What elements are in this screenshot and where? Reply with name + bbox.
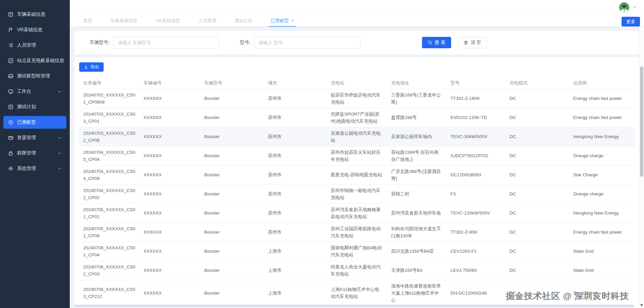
avatar[interactable] xyxy=(619,2,629,12)
sidebar-item[interactable]: 人员管理 xyxy=(3,39,66,52)
sidebar-item[interactable]: 站点及充电桩基础信息 xyxy=(3,54,66,67)
tab[interactable]: 已测桩型 × xyxy=(271,15,294,26)
column-header-label: 充电模式 xyxy=(509,80,528,85)
table-cell: Orange charge xyxy=(569,184,635,203)
table-cell: 苏州市 xyxy=(264,127,327,146)
column-header[interactable]: 运营商 xyxy=(569,77,635,89)
sidebar-item-label: 资源管理 xyxy=(17,135,36,141)
table-cell: Boxster xyxy=(200,146,264,165)
search-form: 车辆型号: 型号: 搜 索 清 空 xyxy=(74,31,639,54)
table-row[interactable]: 20240708_XXXXXX_CS01_CP04XXXXXXBoxster上海… xyxy=(79,242,635,261)
sidebar-item[interactable]: 测试计划 xyxy=(3,101,66,113)
chevron-down-icon[interactable] xyxy=(632,5,637,9)
table-row[interactable]: 20240704_XXXXXX_CS05_CP04XXXXXXBoxster苏州… xyxy=(79,146,635,165)
table-cell: 天津路155号B3 xyxy=(387,261,446,280)
sidebar-item[interactable]: 系统管理 xyxy=(3,162,66,175)
table-cell: 姑苏区华侨饭店电动汽车充电站 xyxy=(327,89,387,108)
tab[interactable]: 车辆基础信息 xyxy=(110,15,138,26)
table-cell: TEVC-30kW/500V xyxy=(446,127,505,146)
table-cell: 四川北路1350号B4层 xyxy=(387,242,446,261)
table-cell: DH-DC1200SG48 xyxy=(446,280,505,306)
table-row[interactable]: 20240704_XXXXXX_CS02_CP02XXXXXXBoxster苏州… xyxy=(79,184,635,203)
export-button-label: 导出 xyxy=(90,64,99,70)
table-row[interactable]: 20240703_XXXXXX_CS03_CP01XXXXXXBoxster苏州… xyxy=(79,108,635,127)
table-cell: TT301-Z-80K xyxy=(446,223,505,242)
scrollbar-thumb[interactable] xyxy=(640,66,643,177)
table-cell: DC xyxy=(505,89,569,108)
column-header-label: 车辆编号 xyxy=(144,80,162,85)
column-header[interactable]: 城市 xyxy=(264,77,327,89)
clear-button[interactable]: 清 空 xyxy=(458,37,487,48)
gear-icon xyxy=(8,166,14,172)
horizontal-scrollbar[interactable] xyxy=(74,305,634,307)
sidebar-item[interactable]: 已测桩型 xyxy=(3,116,66,129)
text-input[interactable] xyxy=(255,37,361,49)
column-header[interactable]: 充电站 xyxy=(327,77,387,89)
column-header[interactable]: 车辆编号 xyxy=(140,77,200,89)
tab[interactable]: 首页 xyxy=(83,15,92,26)
table-cell: Boxster xyxy=(200,261,264,280)
sidebar-item[interactable]: 车辆基础信息 xyxy=(3,8,66,21)
sidebar: 车辆基础信息 VR基础信息 人员管理 站点及充电桩基础信息 xyxy=(0,0,70,308)
search-button-label: 搜 索 xyxy=(435,40,445,46)
table-row[interactable]: 20240705_XXXXXX_CS01_CP01XXXXXXBoxster苏州… xyxy=(79,203,635,223)
sidebar-item-label: 人员管理 xyxy=(17,42,36,48)
table-cell: 20240702_XXXXXX_CS01_CP0808 xyxy=(79,89,140,108)
table-cell: 苏州市 xyxy=(264,223,327,242)
sidebar-item[interactable]: 测试桩型组管理 xyxy=(3,70,66,82)
field-label: 型号: xyxy=(240,40,251,46)
vertical-scrollbar[interactable] xyxy=(639,27,644,308)
table-cell: Boxster xyxy=(200,223,264,242)
table-cell: 壳牌蓝SPORT产业园(苏州)地面电动汽车充电站 xyxy=(327,108,387,127)
table-row[interactable]: 20240708_XXXXXX_CS03_CP212XXXXXXBoxster上… xyxy=(79,280,635,306)
column-header[interactable]: 型号 xyxy=(446,77,505,89)
table-cell: XXXXXX xyxy=(140,108,200,127)
table-cell: 20240703_XXXXXX_CS03_CP01 xyxy=(79,108,140,127)
table-cell: XXXXXX xyxy=(140,261,200,280)
tab[interactable]: VR基础信息 xyxy=(156,15,180,26)
table-row[interactable]: 20240704_XXXXXX_CS04_CP09XXXXXXBoxster苏州… xyxy=(79,165,635,184)
sidebar-item[interactable]: 工作台 xyxy=(3,85,66,98)
table-cell: 苏锦二村 xyxy=(387,184,446,203)
table-cell: EVD102-120K-TD xyxy=(446,108,505,127)
tab[interactable]: 人员管理 xyxy=(198,15,216,26)
tab[interactable]: 通知公告 xyxy=(234,15,253,26)
text-input[interactable] xyxy=(114,37,220,49)
column-header[interactable]: 充电地址 xyxy=(387,77,446,89)
table-cell: XXXXXX xyxy=(140,184,200,203)
column-header[interactable]: 任务编号 xyxy=(79,77,140,89)
table-cell: XXXXXX xyxy=(140,242,200,261)
sidebar-item[interactable]: 权限管理 xyxy=(3,147,66,160)
table-cell: 20240708_XXXXXX_CS02_CP03 xyxy=(79,261,140,280)
table-cell: XXXXXX xyxy=(140,203,200,223)
table-row[interactable]: 20240703_XXXXXX_CS02_CP08XXXXXXBoxster苏州… xyxy=(79,127,635,146)
main-area: 首页 车辆基础信息 VR基础信息 人员管理 通知公告 已测桩型 × 更多 xyxy=(70,0,644,308)
table-cell: TEVC-120kW/500V xyxy=(446,203,505,223)
table-row[interactable]: 20240708_XXXXXX_CS02_CP03XXXXXXBoxster上海… xyxy=(79,261,635,280)
sidebar-item[interactable]: VR基础信息 xyxy=(3,23,66,36)
search-button[interactable]: 搜 索 xyxy=(422,37,451,48)
column-header[interactable]: 充电模式 xyxy=(505,77,569,89)
close-icon[interactable]: × xyxy=(291,18,294,23)
table-row[interactable]: 20240705_XXXXXX_CS01_CP08XXXXXXBoxster苏州… xyxy=(79,223,635,242)
sidebar-item[interactable]: 资源管理 xyxy=(3,131,66,144)
table-row[interactable]: 20240702_XXXXXX_CS01_CP0808XXXXXXBoxster… xyxy=(79,89,635,108)
card-icon xyxy=(8,73,14,79)
download-icon xyxy=(84,65,88,69)
chevron-down-icon xyxy=(57,89,62,94)
more-button[interactable]: 更多 xyxy=(622,17,640,26)
table-cell: XXXXXX xyxy=(140,146,200,165)
table-cell: DC xyxy=(505,203,569,223)
table-cell: DC1200GB093 xyxy=(446,165,505,184)
scrollbar-down-arrow[interactable] xyxy=(640,304,643,306)
tab-label: VR基础信息 xyxy=(156,18,180,24)
sidebar-item-label: 工作台 xyxy=(17,88,31,95)
table-cell: 上海市 xyxy=(264,280,327,306)
doc-edit-icon xyxy=(8,104,14,110)
list-icon xyxy=(8,43,14,48)
table-cell: Star Charge xyxy=(569,280,635,306)
column-header[interactable]: 车辆型号 xyxy=(200,77,264,89)
search-icon xyxy=(428,40,432,45)
table-cell: DC xyxy=(505,223,569,242)
export-button[interactable]: 导出 xyxy=(79,62,104,72)
